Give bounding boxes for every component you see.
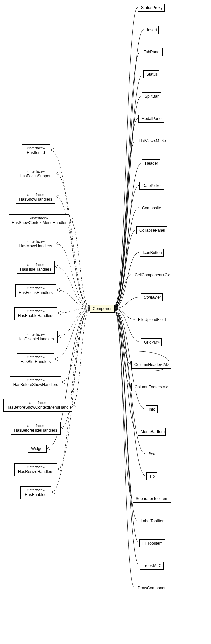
classes-TabPanel[interactable]: TabPanel: [141, 48, 163, 56]
interfaces-HasShowHandlers[interactable]: «interface»HasShowHandlers: [16, 191, 55, 204]
edge-layer: [0, 0, 211, 644]
classes-Insert[interactable]: Insert: [144, 26, 159, 34]
classes-GridM[interactable]: Grid<M>: [141, 338, 162, 346]
class-name-label: HasDisableHandlers: [17, 337, 55, 341]
stereotype-label: «interface»: [17, 332, 55, 337]
stereotype-label: «interface»: [23, 488, 48, 492]
interfaces-HasMoveHandlers[interactable]: «interface»HasMoveHandlers: [16, 238, 55, 250]
class-name-label: HasFocusHandlers: [18, 290, 53, 295]
classes-Item[interactable]: Item: [146, 450, 158, 458]
interfaces-HasFocusSupport[interactable]: «interface»HasFocusSupport: [16, 168, 55, 180]
classes-Header[interactable]: Header: [142, 159, 160, 167]
extends-edge: [115, 52, 140, 306]
interfaces-HasItemId[interactable]: «interface»HasItemId: [22, 144, 50, 157]
classes-DrawComponent[interactable]: DrawComponent: [135, 584, 169, 592]
implements-edge: [50, 150, 90, 306]
stereotype-label: «interface»: [6, 401, 69, 405]
class-name-label: Item: [149, 452, 155, 456]
extends-edge: [115, 30, 144, 306]
classes-CollapsePanel[interactable]: CollapsePanel: [136, 226, 167, 234]
interfaces-HasResizeHandlers[interactable]: «interface»HasResizeHandlers: [14, 463, 57, 476]
stereotype-label: «interface»: [25, 146, 47, 150]
interfaces-HasBeforeHideHandlers[interactable]: «interface»HasBeforeHideHandlers: [11, 422, 61, 435]
class-name-label: FileUploadField: [138, 317, 165, 322]
class-name-label: DrawComponent: [138, 586, 166, 590]
classes-Info[interactable]: Info: [146, 405, 158, 413]
interfaces-HasEnableHandlers[interactable]: «interface»HasEnableHandlers: [14, 307, 57, 320]
classes-ModalPanel[interactable]: ModalPanel: [138, 115, 164, 123]
extends-edge: [115, 309, 145, 409]
class-name-label: SplitBar: [145, 94, 158, 99]
class-name-label: HasShowHandlers: [19, 197, 52, 202]
class-name-label: Container: [144, 295, 160, 300]
classes-ColumnHeaderM[interactable]: ColumnHeader<M>: [131, 361, 171, 369]
interfaces-HasFocusHandlers[interactable]: «interface»HasFocusHandlers: [15, 284, 56, 297]
class-name-label: Status: [146, 72, 156, 77]
implements-edge: [55, 267, 90, 307]
classes-SplitBar[interactable]: SplitBar: [142, 92, 161, 100]
extends-edge: [115, 141, 135, 307]
class-name-label: HasEnableHandlers: [17, 313, 54, 318]
extends-edge: [115, 310, 146, 476]
classes-Container[interactable]: Container: [141, 293, 163, 301]
extends-edge: [115, 185, 139, 307]
class-name-label: Component: [93, 306, 112, 311]
extends-edge: [115, 7, 138, 305]
stereotype-label: «interface»: [13, 378, 58, 382]
interfaces-HasEnabled[interactable]: «interface»HasEnabled: [20, 486, 51, 499]
classes-Tip[interactable]: Tip: [146, 472, 157, 480]
classes-IconButton[interactable]: IconButton: [140, 249, 164, 257]
class-name-label: HasResizeHandlers: [17, 469, 54, 474]
classes-Status[interactable]: Status: [143, 70, 159, 78]
extends-edge: [115, 163, 142, 307]
implements-edge: [58, 309, 90, 336]
classes-DatePicker[interactable]: DatePicker: [139, 182, 164, 190]
implements-edge: [57, 308, 90, 313]
class-name-label: HasMoveHandlers: [19, 244, 52, 248]
extends-edge: [115, 310, 137, 431]
interfaces-Widget[interactable]: Widget: [28, 445, 47, 453]
implements-edge: [62, 309, 90, 382]
classes-StatusProxy[interactable]: StatusProxy: [138, 4, 165, 12]
classes-MenuBarItem[interactable]: MenuBarItem: [138, 428, 166, 436]
stereotype-label: «interface»: [18, 286, 53, 290]
classes-SeparatorToolItem[interactable]: SeparatorToolItem: [133, 495, 171, 503]
classes-CellComponentC[interactable]: CellComponent<C>: [132, 271, 173, 279]
class-name-label: Composite: [142, 206, 160, 210]
class-name-label: Insert: [147, 28, 156, 32]
class-Component[interactable]: Component: [90, 305, 115, 313]
classes-ListViewMN[interactable]: ListView<M, N>: [136, 137, 169, 145]
implements-edge: [56, 290, 90, 308]
stereotype-label: «interface»: [12, 216, 66, 220]
classes-LabelToolItem[interactable]: LabelToolItem: [138, 517, 167, 525]
classes-FileUploadField[interactable]: FileUploadField: [135, 316, 168, 324]
classes-Composite[interactable]: Composite: [139, 204, 163, 212]
stereotype-label: «interface»: [19, 193, 52, 197]
extends-edge: [115, 311, 139, 543]
extends-edge: [115, 311, 134, 588]
interfaces-HasHideHandlers[interactable]: «interface»HasHideHandlers: [17, 261, 55, 274]
extends-edge: [115, 309, 135, 319]
class-name-label: TabPanel: [144, 50, 160, 54]
interfaces-HasBlurHandlers[interactable]: «interface»HasBlurHandlers: [17, 353, 54, 366]
implements-edge: [56, 243, 90, 307]
class-name-label: HasHideHandlers: [20, 267, 52, 272]
classes-TreeMC[interactable]: Tree<M, C>: [140, 562, 164, 570]
interfaces-HasDisableHandlers[interactable]: «interface»HasDisableHandlers: [14, 331, 58, 343]
extends-edge: [115, 311, 137, 521]
stereotype-label: «interface»: [19, 239, 52, 244]
class-name-label: Widget: [31, 446, 44, 451]
extends-edge: [115, 309, 141, 342]
class-name-label: HasBlurHandlers: [20, 359, 51, 364]
extends-edge: [115, 208, 139, 307]
extends-edge: [115, 297, 140, 308]
stereotype-label: «interface»: [17, 309, 54, 313]
class-name-label: Tree<M, C>: [143, 563, 161, 568]
implements-edge: [56, 173, 90, 306]
class-name-label: ColumnHeader<M>: [134, 362, 168, 367]
interfaces-HasBeforeShowContextMenuHandler[interactable]: «interface»HasBeforeShowContextMenuHandl…: [3, 399, 72, 412]
classes-ColumnFooterM[interactable]: ColumnFooter<M>: [131, 383, 171, 391]
interfaces-HasShowContextMenuHandler[interactable]: «interface»HasShowContextMenuHandler: [9, 214, 69, 227]
interfaces-HasBeforeShowHandlers[interactable]: «interface»HasBeforeShowHandlers: [10, 376, 61, 389]
classes-FillToolItem[interactable]: FillToolItem: [139, 539, 165, 547]
